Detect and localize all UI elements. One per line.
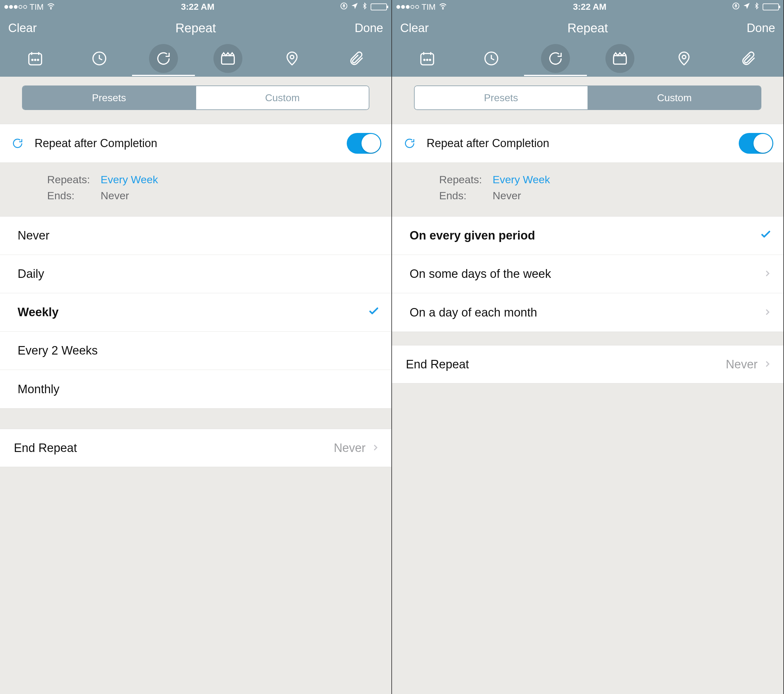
segmented-control: Presets Custom [414,86,761,110]
tabbar [392,42,783,77]
check-icon [759,228,772,243]
option-label: Never [18,229,380,242]
repeat-toggle-label: Repeat after Completion [27,137,347,150]
option-label: Daily [18,267,380,281]
repeat-toggle[interactable] [347,133,381,154]
status-time: 3:22 AM [573,2,606,12]
svg-point-11 [733,3,739,9]
bluetooth-icon [753,2,760,13]
rotation-lock-icon [732,2,740,12]
repeat-summary: Repeats: Every Week Ends: Never [0,163,391,216]
tab-clock[interactable] [477,44,506,73]
svg-rect-8 [221,56,234,64]
end-repeat-label: End Repeat [14,441,334,455]
chevron-right-icon [371,441,380,455]
clear-button[interactable]: Clear [8,21,37,35]
rotation-lock-icon [340,2,348,12]
location-icon [351,2,359,12]
end-repeat-value: Never [726,358,758,371]
segment-custom[interactable]: Custom [196,86,369,109]
bluetooth-icon [361,2,368,13]
check-icon [367,304,380,320]
statusbar: TIM 3:22 AM [0,0,391,14]
repeat-icon [547,50,564,67]
pin-icon [675,50,693,67]
tab-location[interactable] [670,44,698,73]
calendar-icon [419,50,436,67]
clear-button[interactable]: Clear [400,21,429,35]
clapboard-icon [219,50,236,67]
end-repeat-row[interactable]: End Repeat Never [0,429,391,467]
clock-icon [483,50,500,67]
header: TIM 3:22 AM Clear Repeat [0,0,391,77]
done-button[interactable]: Done [746,21,775,35]
segment-presets[interactable]: Presets [415,86,588,109]
signal-dots-icon [396,5,419,9]
tab-underline [524,75,587,76]
chevron-right-icon [763,358,772,371]
tab-repeat[interactable] [541,44,570,73]
option-every-given-period[interactable]: On every given period [392,217,783,255]
tab-attach[interactable] [342,44,371,73]
navbar: Clear Repeat Done [392,14,783,42]
tab-attach[interactable] [734,44,763,73]
tab-clock[interactable] [85,44,114,73]
option-label: On every given period [410,229,759,242]
content: Presets Custom Repeat after Completion R… [392,77,783,383]
done-button[interactable]: Done [354,21,383,35]
status-time: 3:22 AM [181,2,214,12]
repeat-after-completion-row: Repeat after Completion [0,124,391,163]
header: TIM 3:22 AM Clear Repeat [392,0,783,77]
pin-icon [283,50,301,67]
tab-repeat[interactable] [149,44,178,73]
carrier-label: TIM [422,2,436,12]
ends-key: Ends: [47,189,100,202]
screen-custom: TIM 3:22 AM Clear Repeat [392,0,784,694]
segment-custom[interactable]: Custom [588,86,761,109]
wifi-icon [438,1,448,13]
option-daily[interactable]: Daily [0,255,391,293]
option-never[interactable]: Never [0,217,391,255]
repeat-summary: Repeats: Every Week Ends: Never [392,163,783,216]
option-day-of-each-month[interactable]: On a day of each month [392,293,783,332]
screen-presets: TIM 3:22 AM Clear Repeat [0,0,392,694]
custom-options-list: On every given period On some days of th… [392,216,783,332]
option-monthly[interactable]: Monthly [0,370,391,408]
tab-underline [132,75,195,76]
svg-rect-18 [613,56,626,64]
status-right [732,2,779,13]
tab-calendar[interactable] [413,44,441,73]
option-weekly[interactable]: Weekly [0,293,391,332]
svg-point-5 [35,59,36,61]
ends-value: Never [492,189,521,202]
repeat-toggle[interactable] [739,133,773,154]
repeat-toggle-label: Repeat after Completion [419,137,739,150]
repeat-after-completion-row: Repeat after Completion [392,124,783,163]
svg-point-9 [290,55,293,59]
svg-point-14 [424,59,425,61]
tab-calendar[interactable] [21,44,49,73]
calendar-icon [27,50,44,67]
option-label: On a day of each month [410,306,763,319]
repeat-small-icon [8,137,27,150]
segment-presets[interactable]: Presets [23,86,196,109]
repeats-value[interactable]: Every Week [492,173,550,186]
tab-clip[interactable] [213,44,242,73]
paperclip-icon [740,50,757,67]
clapboard-icon [611,50,628,67]
page-title: Repeat [567,21,608,35]
tab-clip[interactable] [605,44,634,73]
repeats-value[interactable]: Every Week [100,173,158,186]
navbar: Clear Repeat Done [0,14,391,42]
status-left: TIM [4,1,56,13]
option-every-2-weeks[interactable]: Every 2 Weeks [0,332,391,370]
tab-location[interactable] [278,44,306,73]
option-some-days-of-week[interactable]: On some days of the week [392,255,783,293]
segmented-control: Presets Custom [22,86,369,110]
end-repeat-row[interactable]: End Repeat Never [392,345,783,383]
ends-key: Ends: [439,189,492,202]
preset-options-list: Never Daily Weekly Every 2 Weeks Monthly [0,216,391,409]
end-repeat-value: Never [334,441,366,455]
option-label: Weekly [18,306,367,319]
option-label: Monthly [18,383,380,396]
